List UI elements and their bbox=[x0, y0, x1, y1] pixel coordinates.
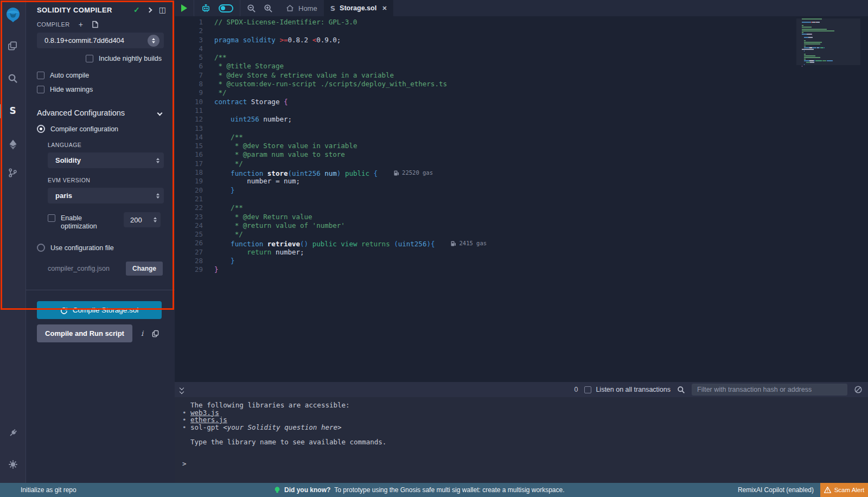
code-line[interactable]: 22 /** bbox=[175, 203, 868, 212]
tab-close-icon[interactable]: ✕ bbox=[382, 5, 387, 12]
code-line[interactable]: 4 bbox=[175, 44, 868, 53]
copy-icon[interactable] bbox=[152, 330, 159, 337]
gas-estimate[interactable]: 22520 gas bbox=[394, 168, 433, 177]
code-line[interactable]: 25 */ bbox=[175, 230, 868, 239]
code-line[interactable]: 24 * @return value of 'number' bbox=[175, 221, 868, 230]
code-line[interactable]: 11 bbox=[175, 106, 868, 115]
auto-compile-checkbox[interactable] bbox=[37, 72, 44, 79]
info-icon[interactable]: i bbox=[141, 329, 143, 337]
hide-warnings-checkbox[interactable] bbox=[37, 86, 44, 93]
code-line[interactable]: 28 } bbox=[175, 257, 868, 265]
code-line[interactable]: 26 function retrieve() public view retur… bbox=[175, 239, 868, 247]
copilot-toggle[interactable] bbox=[219, 4, 233, 12]
change-config-button[interactable]: Change bbox=[126, 262, 163, 276]
run-script-play-button[interactable] bbox=[181, 4, 187, 12]
code-line[interactable]: 15 * @dev Store value in variable bbox=[175, 142, 868, 150]
listen-all-transactions-row[interactable]: Listen on all transactions bbox=[584, 386, 671, 393]
code-line[interactable]: 2 bbox=[175, 27, 868, 35]
version-sort-icon[interactable] bbox=[148, 35, 159, 47]
plugin-manager-icon[interactable] bbox=[0, 422, 26, 444]
scam-alert-badge[interactable]: Scam Alert bbox=[820, 483, 868, 497]
optimization-runs-value: 200 bbox=[130, 216, 154, 224]
remix-logo-icon[interactable] bbox=[0, 3, 26, 27]
enable-optimization-checkbox-row[interactable]: Enable optimization bbox=[48, 214, 108, 231]
settings-gear-icon[interactable] bbox=[0, 454, 26, 475]
code-line[interactable]: 16 * @param num value to store bbox=[175, 150, 868, 159]
zoom-out-icon[interactable] bbox=[247, 4, 256, 13]
deploy-run-icon[interactable] bbox=[0, 133, 26, 155]
compile-button[interactable]: Compile Storage.sol bbox=[37, 301, 162, 319]
solidity-file-icon: S bbox=[330, 4, 335, 12]
code-line[interactable]: 23 * @dev Return value bbox=[175, 213, 868, 221]
code-editor[interactable]: 1// SPDX-License-Identifier: GPL-3.023pr… bbox=[175, 16, 868, 382]
clear-console-icon[interactable] bbox=[854, 385, 863, 394]
code-line[interactable]: 19 number = num; bbox=[175, 177, 868, 186]
file-explorer-icon[interactable] bbox=[0, 35, 26, 56]
search-icon[interactable] bbox=[0, 67, 26, 89]
code-line[interactable]: 1// SPDX-License-Identifier: GPL-3.0 bbox=[175, 18, 868, 27]
code-line[interactable]: 9 */ bbox=[175, 88, 868, 97]
copilot-status[interactable]: RemixAI Copilot (enabled) bbox=[738, 486, 814, 494]
transaction-filter-input[interactable] bbox=[692, 384, 847, 396]
code-line[interactable]: 21 bbox=[175, 195, 868, 203]
open-file-icon[interactable] bbox=[92, 21, 99, 28]
include-nightly-checkbox[interactable] bbox=[86, 55, 93, 62]
code-line[interactable]: 10contract Storage { bbox=[175, 98, 868, 106]
terminal-output[interactable]: The following libraries are accessible:•… bbox=[175, 397, 868, 483]
compiler-version-select[interactable]: 0.8.19+commit.7dd6d404 bbox=[37, 33, 164, 48]
line-number: 3 bbox=[175, 36, 214, 44]
terminal-collapse-icon[interactable] bbox=[180, 386, 183, 393]
enable-optimization-label: Enable optimization bbox=[61, 214, 108, 231]
code-line[interactable]: 17 */ bbox=[175, 160, 868, 168]
code-line[interactable]: 5/** bbox=[175, 53, 868, 62]
gas-estimate[interactable]: 2415 gas bbox=[451, 239, 487, 247]
code-line[interactable]: 13 bbox=[175, 124, 868, 133]
evm-version-select[interactable]: paris bbox=[48, 188, 164, 203]
code-line[interactable]: 8 * @custom:dev-run-script ./scripts/dep… bbox=[175, 80, 868, 88]
compiler-configuration-radio-row[interactable]: Compiler configuration bbox=[26, 125, 175, 133]
language-select[interactable]: Solidity bbox=[48, 152, 164, 168]
git-init-status[interactable]: Initialize as git repo bbox=[21, 486, 76, 494]
split-view-icon[interactable]: ◫ bbox=[159, 5, 166, 14]
zoom-in-icon[interactable] bbox=[264, 4, 273, 13]
tab-storage-sol[interactable]: S Storage.sol ✕ bbox=[324, 0, 394, 16]
chevron-right-icon[interactable] bbox=[146, 7, 152, 12]
enable-optimization-checkbox[interactable] bbox=[48, 214, 55, 222]
use-configuration-file-radio-row[interactable]: Use configuration file bbox=[26, 244, 175, 252]
tab-home[interactable]: Home bbox=[279, 0, 324, 16]
add-compiler-icon[interactable]: + bbox=[79, 22, 83, 27]
code-line[interactable]: 14 /** bbox=[175, 133, 868, 142]
lightbulb-icon bbox=[274, 486, 280, 494]
editor-minimap[interactable] bbox=[802, 18, 860, 67]
line-number: 25 bbox=[175, 230, 214, 239]
line-number: 28 bbox=[175, 257, 214, 265]
optimization-runs-input[interactable]: 200 bbox=[124, 212, 161, 227]
line-number: 1 bbox=[175, 18, 214, 27]
code-line[interactable]: 18 function store(uint256 num) public {2… bbox=[175, 168, 868, 177]
auto-compile-checkbox-row[interactable]: Auto compile bbox=[26, 72, 175, 79]
code-line[interactable]: 7 * @dev Store & retrieve value in a var… bbox=[175, 71, 868, 80]
terminal-search-icon[interactable] bbox=[677, 386, 685, 394]
code-line[interactable]: 29} bbox=[175, 265, 868, 274]
code-line[interactable]: 6 * @title Storage bbox=[175, 62, 868, 71]
minimap-slider[interactable] bbox=[796, 18, 860, 65]
config-file-name: compiler_config.json bbox=[48, 265, 126, 272]
code-line[interactable]: 3pragma solidity >=0.8.2 <0.9.0; bbox=[175, 36, 868, 44]
listen-all-transactions-checkbox[interactable] bbox=[584, 386, 591, 393]
icon-rail: S bbox=[0, 0, 26, 483]
compiler-configuration-radio[interactable] bbox=[37, 125, 45, 133]
solidity-compiler-icon[interactable]: S bbox=[0, 100, 26, 122]
main-area: Home S Storage.sol ✕ 1// SPDX-License-Id… bbox=[175, 0, 868, 483]
ai-copilot-robot-icon[interactable] bbox=[201, 4, 211, 13]
hide-warnings-checkbox-row[interactable]: Hide warnings bbox=[26, 86, 175, 93]
git-icon[interactable] bbox=[0, 162, 26, 183]
line-number: 24 bbox=[175, 221, 214, 230]
code-line[interactable]: 12 uint256 number; bbox=[175, 115, 868, 124]
include-nightly-checkbox-row[interactable]: Include nightly builds bbox=[26, 55, 175, 62]
code-line[interactable]: 20 } bbox=[175, 186, 868, 195]
use-configuration-file-radio[interactable] bbox=[37, 244, 45, 252]
terminal-prompt[interactable]: > bbox=[182, 460, 187, 468]
compile-and-run-button[interactable]: Compile and Run script bbox=[37, 324, 132, 342]
code-line[interactable]: 27 return number; bbox=[175, 248, 868, 257]
advanced-configurations-header[interactable]: Advanced Configurations bbox=[37, 109, 162, 117]
